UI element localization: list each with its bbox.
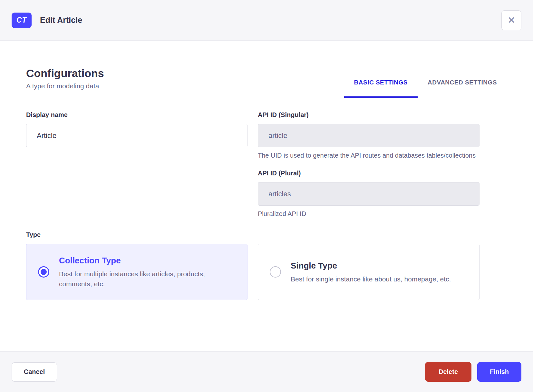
- content-type-badge: CT: [12, 13, 32, 28]
- close-button[interactable]: ✕: [501, 10, 521, 30]
- form-column-right: API ID (Singular) The UID is used to gen…: [258, 110, 480, 219]
- api-id-plural-label: API ID (Plural): [258, 169, 480, 178]
- api-id-singular-field: API ID (Singular) The UID is used to gen…: [258, 110, 480, 160]
- content-type-badge-label: CT: [16, 16, 27, 24]
- page-title: Configurations: [26, 66, 104, 80]
- type-option-collection[interactable]: Collection Type Best for multiple instan…: [26, 244, 247, 300]
- page-subtitle: A type for modeling data: [26, 82, 104, 90]
- single-type-title: Single Type: [291, 260, 451, 271]
- display-name-field: Display name: [26, 110, 247, 147]
- type-option-single[interactable]: Single Type Best for single instance lik…: [258, 244, 480, 300]
- api-id-singular-input: [258, 124, 480, 147]
- radio-single-type-icon[interactable]: [270, 266, 281, 278]
- single-type-description: Best for single instance like about us, …: [291, 274, 451, 284]
- section-header: Configurations A type for modeling data …: [26, 66, 507, 98]
- footer-actions: Delete Finish: [425, 362, 521, 382]
- api-id-singular-label: API ID (Singular): [258, 110, 480, 119]
- api-id-plural-hint: Pluralized API ID: [258, 209, 480, 219]
- delete-button[interactable]: Delete: [425, 362, 471, 382]
- close-icon: ✕: [507, 15, 515, 25]
- radio-collection-type-icon[interactable]: [38, 266, 49, 278]
- configuration-form: Display name API ID (Singular) The UID i…: [26, 110, 480, 219]
- form-column-left: Display name: [26, 110, 247, 219]
- api-id-plural-field: API ID (Plural) Pluralized API ID: [258, 169, 480, 219]
- cancel-button[interactable]: Cancel: [12, 362, 57, 382]
- display-name-input[interactable]: [26, 124, 247, 147]
- tab-advanced-settings[interactable]: ADVANCED SETTINGS: [418, 79, 507, 98]
- modal-header: CT Edit Article ✕: [0, 0, 533, 41]
- radio-selected-dot: [41, 269, 47, 275]
- collection-type-description: Best for multiple instances like article…: [59, 269, 235, 289]
- modal-body: Configurations A type for modeling data …: [0, 41, 533, 300]
- tab-basic-settings[interactable]: BASIC SETTINGS: [344, 79, 418, 98]
- section-titles: Configurations A type for modeling data: [26, 66, 104, 98]
- collection-type-title: Collection Type: [59, 255, 235, 266]
- api-id-plural-input: [258, 182, 480, 206]
- single-type-texts: Single Type Best for single instance lik…: [291, 260, 451, 284]
- display-name-label: Display name: [26, 110, 247, 119]
- modal-footer: Cancel Delete Finish: [0, 351, 533, 392]
- settings-tabs: BASIC SETTINGS ADVANCED SETTINGS: [344, 79, 507, 98]
- api-id-singular-hint: The UID is used to generate the API rout…: [258, 151, 480, 160]
- finish-button[interactable]: Finish: [477, 362, 521, 382]
- collection-type-texts: Collection Type Best for multiple instan…: [59, 255, 235, 289]
- modal-title: Edit Article: [40, 15, 82, 25]
- type-options: Collection Type Best for multiple instan…: [26, 244, 480, 300]
- type-section-label: Type: [26, 230, 507, 239]
